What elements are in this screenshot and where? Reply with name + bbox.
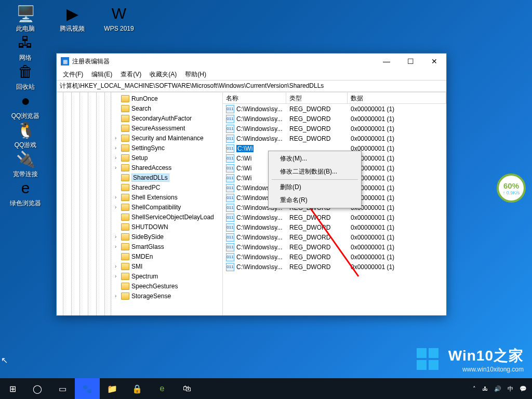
menu-item[interactable]: 编辑(E): [87, 69, 116, 80]
expand-icon[interactable]: ›: [115, 204, 121, 210]
desktop-icon[interactable]: ●QQ浏览器: [9, 90, 42, 119]
tree-node[interactable]: ›SharedAccess: [59, 163, 222, 172]
desktop-icon[interactable]: 🖧网络: [9, 32, 42, 61]
tree-node[interactable]: ›Shell Extensions: [59, 192, 222, 202]
tree-node[interactable]: ›Security and Maintenance: [59, 133, 222, 143]
expand-icon[interactable]: ›: [115, 234, 121, 240]
expand-icon[interactable]: ›: [115, 273, 121, 279]
tray-chevron-icon[interactable]: ˄: [473, 385, 476, 392]
expand-icon[interactable]: ›: [115, 194, 121, 200]
desktop-icon[interactable]: WWPS 2019: [103, 3, 135, 32]
expand-icon[interactable]: ›: [115, 165, 121, 170]
context-menu-item[interactable]: 修改(M)...: [270, 152, 360, 165]
value-row[interactable]: 011C:\Windows\sy...REG_DWORD0x00000001 (…: [223, 124, 446, 134]
tree-node[interactable]: Search: [59, 103, 222, 113]
expand-icon[interactable]: ›: [115, 135, 121, 141]
value-row[interactable]: 011C:\Windows\sy...REG_DWORD0x00000001 (…: [223, 232, 446, 242]
tree-node[interactable]: ›SideBySide: [59, 232, 222, 242]
tree-node[interactable]: SHUTDOWN: [59, 222, 222, 232]
values-header[interactable]: 名称 类型 数据: [223, 92, 446, 104]
menu-item[interactable]: 帮助(H): [181, 69, 210, 80]
menu-item[interactable]: 文件(F): [59, 69, 87, 80]
tree-node[interactable]: ShellServiceObjectDelayLoad: [59, 212, 222, 222]
tray-network-icon[interactable]: 🖧: [482, 385, 488, 392]
tree-node[interactable]: ›Spectrum: [59, 271, 222, 281]
value-row[interactable]: 011C:\Windows\sy...REG_DWORD0x00000001 (…: [223, 114, 446, 124]
tree-node[interactable]: SharedDLLs: [59, 172, 222, 182]
value-row[interactable]: 011C:\Windows\sy...REG_DWORD0x00000001 (…: [223, 222, 446, 232]
expand-icon[interactable]: ›: [115, 155, 121, 161]
window-title: 注册表编辑器: [72, 57, 375, 66]
expand-icon[interactable]: ›: [115, 293, 121, 299]
context-menu-item[interactable]: 重命名(R): [270, 194, 360, 207]
tree-node[interactable]: ›ShellCompatibility: [59, 202, 222, 212]
taskbar-app-browser[interactable]: 🐾: [75, 378, 100, 399]
close-button[interactable]: ✕: [422, 54, 446, 69]
taskview-button[interactable]: ▭: [50, 378, 75, 399]
folder-icon: [121, 204, 129, 211]
desktop-icon[interactable]: ▶腾讯视频: [56, 3, 88, 32]
context-menu-item[interactable]: 修改二进制数据(B)...: [270, 165, 360, 178]
value-row[interactable]: 011C:\Windows\sy...REG_DWORD0x00000001 (…: [223, 242, 446, 252]
taskbar-app-store[interactable]: 🛍: [175, 378, 200, 399]
folder-icon: [121, 283, 129, 290]
folder-icon: [121, 115, 129, 122]
tree-node[interactable]: ›SettingSync: [59, 143, 222, 153]
icon-label: 回收站: [16, 83, 35, 90]
tray-ime-icon[interactable]: 中: [508, 385, 513, 393]
expand-icon[interactable]: ›: [115, 263, 121, 269]
value-name: C:\Windows\sy...: [236, 115, 282, 123]
desktop-icon[interactable]: 🗑回收站: [9, 61, 42, 90]
desktop-icon[interactable]: 🔌宽带连接: [9, 149, 42, 178]
tree-node[interactable]: ›SMI: [59, 261, 222, 271]
address-bar[interactable]: 计算机\HKEY_LOCAL_MACHINE\SOFTWARE\Microsof…: [57, 81, 446, 92]
cortana-button[interactable]: ◯: [25, 378, 50, 399]
value-name: C:\Windows\sy...: [236, 224, 282, 231]
tree-node[interactable]: ›SmartGlass: [59, 242, 222, 251]
regedit-window: ▦ 注册表编辑器 — ☐ ✕ 文件(F)编辑(E)查看(V)收藏夹(A)帮助(H…: [56, 53, 447, 316]
node-label: SecureAssessment: [131, 125, 185, 132]
tree-node[interactable]: SpeechGestures: [59, 281, 222, 291]
speed-badge[interactable]: 60% ↑ 0.9K/s: [497, 174, 526, 203]
tree-node[interactable]: RunOnce: [59, 94, 222, 103]
col-type[interactable]: 类型: [286, 92, 348, 103]
col-data[interactable]: 数据: [348, 92, 446, 103]
cursor-icon: ↖: [1, 355, 8, 365]
taskbar-app-lock[interactable]: 🔒: [125, 378, 150, 399]
tree-node[interactable]: SecondaryAuthFactor: [59, 113, 222, 123]
expand-icon[interactable]: ›: [115, 145, 121, 151]
menu-item[interactable]: 查看(V): [116, 69, 145, 80]
tree-node[interactable]: SecureAssessment: [59, 123, 222, 133]
start-button[interactable]: ⊞: [0, 378, 25, 399]
col-name[interactable]: 名称: [223, 92, 286, 103]
value-row[interactable]: 011C:\Windows\sy...REG_DWORD0x00000001 (…: [223, 134, 446, 143]
value-row[interactable]: 011C:\Windows\sy...REG_DWORD0x00000001 (…: [223, 104, 446, 114]
expand-icon[interactable]: ›: [115, 244, 121, 249]
tree-node[interactable]: SMDEn: [59, 251, 222, 261]
system-tray[interactable]: ˄ 🖧 🔊 中 💬: [473, 385, 532, 393]
titlebar[interactable]: ▦ 注册表编辑器 — ☐ ✕: [57, 54, 446, 69]
tray-notif-icon[interactable]: 💬: [520, 385, 527, 392]
tray-volume-icon[interactable]: 🔊: [494, 385, 501, 392]
context-menu-item[interactable]: 删除(D): [270, 181, 360, 194]
menu-item[interactable]: 收藏夹(A): [145, 69, 181, 80]
dword-icon: 011: [226, 263, 234, 271]
app-icon: W: [109, 3, 129, 24]
value-row[interactable]: 011C:\Windows\sy...REG_DWORD0x00000001 (…: [223, 262, 446, 272]
node-label: SpeechGestures: [131, 283, 178, 290]
desktop-icon[interactable]: 🐧QQ游戏: [9, 119, 42, 149]
value-row[interactable]: 011C:\Windows\sy...REG_DWORD0x00000001 (…: [223, 212, 446, 222]
tree-pane[interactable]: RunOnceSearchSecondaryAuthFactorSecureAs…: [57, 92, 223, 315]
dword-icon: 011: [226, 194, 234, 202]
tree-node[interactable]: SharedPC: [59, 182, 222, 192]
tree-node[interactable]: ›Setup: [59, 153, 222, 163]
taskbar-app-edge[interactable]: e: [150, 378, 175, 399]
desktop-icon[interactable]: e绿色浏览器: [9, 178, 42, 214]
maximize-button[interactable]: ☐: [398, 54, 422, 69]
minimize-button[interactable]: —: [375, 54, 398, 69]
tree-node[interactable]: ›StorageSense: [59, 291, 222, 301]
desktop-icon[interactable]: 🖥️此电脑: [9, 3, 42, 32]
value-row[interactable]: 011C:\Windows\sy...REG_DWORD0x00000001 (…: [223, 252, 446, 262]
icon-label: 宽带连接: [13, 170, 38, 178]
taskbar-app-folder[interactable]: 📁: [100, 378, 125, 399]
